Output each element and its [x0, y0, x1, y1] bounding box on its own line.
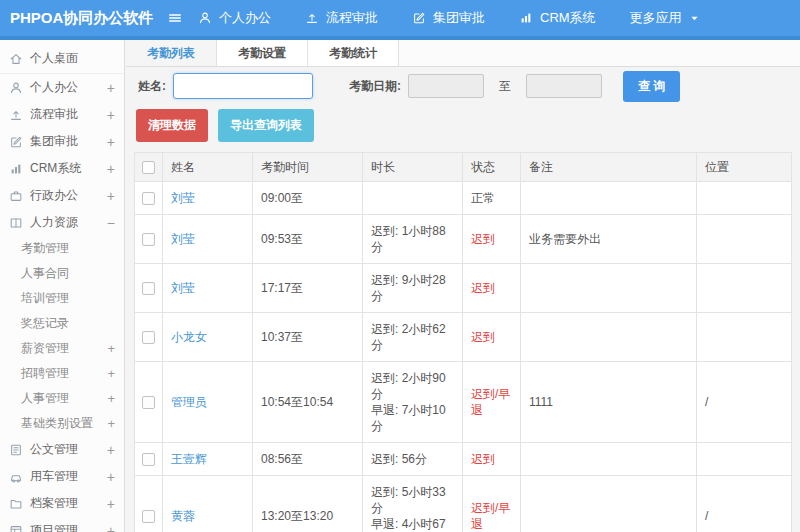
name-input[interactable] — [173, 73, 313, 99]
tab-attendance-list[interactable]: 考勤列表 — [126, 40, 217, 66]
employee-name-link[interactable]: 刘莹 — [171, 232, 195, 246]
search-button[interactable]: 查 询 — [623, 71, 680, 102]
tab-attendance-statistics[interactable]: 考勤统计 — [308, 40, 399, 66]
cell-location — [697, 182, 792, 215]
cell-remark: 1111 — [521, 362, 697, 443]
user-icon — [198, 11, 212, 25]
row-checkbox[interactable] — [142, 453, 155, 466]
cell-duration: 迟到: 1小时88分 — [363, 215, 463, 264]
car-icon — [9, 470, 23, 484]
select-all-checkbox[interactable] — [142, 161, 155, 174]
sidebar-item-label: 人力资源 — [30, 214, 107, 231]
header-accent-strip — [0, 36, 800, 40]
cell-name: 黄蓉 — [163, 476, 253, 532]
sidebar-subitem-reward-punishment-records[interactable]: 奖惩记录 — [21, 311, 124, 336]
expand-icon[interactable]: + — [107, 161, 115, 177]
expand-icon[interactable]: + — [107, 366, 115, 381]
export-list-button[interactable]: 导出查询列表 — [218, 109, 314, 142]
expand-icon[interactable]: + — [107, 496, 115, 512]
row-checkbox[interactable] — [142, 510, 155, 523]
expand-icon[interactable]: + — [107, 188, 115, 204]
cell-attendance-time: 10:54至10:54 — [253, 362, 363, 443]
date-to-input[interactable] — [526, 74, 602, 98]
sidebar-subitem-personnel-management[interactable]: 人事管理+ — [21, 386, 124, 411]
topnav-item-personal-office[interactable]: 个人办公 — [198, 9, 271, 27]
employee-name-link[interactable]: 小龙女 — [171, 330, 207, 344]
expand-icon[interactable]: + — [107, 134, 115, 150]
cell-location: / — [697, 362, 792, 443]
row-checkbox[interactable] — [142, 192, 155, 205]
row-checkbox-cell — [135, 362, 163, 443]
sidebar-item-label: 项目管理 — [30, 522, 107, 532]
employee-name-link[interactable]: 刘莹 — [171, 191, 195, 205]
topnav-item-group-approval[interactable]: 集团审批 — [412, 9, 485, 27]
expand-icon[interactable]: + — [107, 442, 115, 458]
expand-icon[interactable]: + — [107, 80, 115, 96]
edit-icon — [9, 135, 23, 149]
tab-attendance-settings[interactable]: 考勤设置 — [217, 40, 308, 66]
topnav-label-workflow-approval: 流程审批 — [326, 9, 378, 27]
topnav-item-workflow-approval[interactable]: 流程审批 — [305, 9, 378, 27]
doc-icon — [9, 443, 23, 457]
clean-data-button[interactable]: 清理数据 — [136, 109, 208, 142]
sidebar-subitem-salary-management[interactable]: 薪资管理+ — [21, 336, 124, 361]
expand-icon[interactable]: + — [107, 523, 115, 532]
cell-duration: 迟到: 2小时90分早退: 7小时10分 — [363, 362, 463, 443]
expand-icon[interactable]: + — [107, 416, 115, 431]
home-icon — [9, 52, 23, 66]
expand-icon[interactable]: + — [107, 107, 115, 123]
table-header-row: 姓名考勤时间时长状态备注位置 — [135, 153, 792, 182]
row-checkbox[interactable] — [142, 282, 155, 295]
date-from-input[interactable] — [408, 74, 484, 98]
sidebar-item-admin-office[interactable]: 行政办公+ — [0, 182, 124, 209]
row-checkbox-cell — [135, 443, 163, 476]
collapse-icon[interactable]: − — [107, 215, 115, 231]
main-content: 考勤列表考勤设置考勤统计 姓名: 考勤日期: 至 查 询 清理数据 导出查询列表… — [126, 40, 800, 532]
sidebar-item-archive-management[interactable]: 档案管理+ — [0, 490, 124, 517]
expand-icon[interactable]: + — [107, 391, 115, 406]
chart-icon — [519, 11, 533, 25]
user-icon — [9, 81, 23, 95]
row-checkbox[interactable] — [142, 331, 155, 344]
caret-down-icon — [689, 13, 700, 24]
duration-line: 迟到: 1小时88分 — [371, 223, 454, 255]
row-checkbox[interactable] — [142, 233, 155, 246]
duration-line: 早退: 7小时10分 — [371, 402, 454, 434]
cell-status: 迟到 — [463, 264, 521, 313]
sidebar-item-crm-system[interactable]: CRM系统+ — [0, 155, 124, 182]
sidebar-subitem-personnel-contract[interactable]: 人事合同 — [21, 261, 124, 286]
topnav-label-crm-system: CRM系统 — [540, 9, 596, 27]
expand-icon[interactable]: + — [107, 469, 115, 485]
tab-bar: 考勤列表考勤设置考勤统计 — [126, 40, 800, 67]
topnav-item-crm-system[interactable]: CRM系统 — [519, 9, 596, 27]
duration-line: 迟到: 2小时62分 — [371, 321, 454, 353]
sidebar-subitem-label: 薪资管理 — [21, 340, 107, 357]
sidebar-subitem-attendance-management[interactable]: 考勤管理 — [21, 236, 124, 261]
sidebar-item-personal-office[interactable]: 个人办公+ — [0, 74, 124, 101]
sidebar-item-vehicle-management[interactable]: 用车管理+ — [0, 463, 124, 490]
table-row: 小龙女10:37至迟到: 2小时62分迟到 — [135, 313, 792, 362]
sidebar-item-group-approval[interactable]: 集团审批+ — [0, 128, 124, 155]
sidebar-item-project-management[interactable]: 项目管理+ — [0, 517, 124, 532]
employee-name-link[interactable]: 管理员 — [171, 395, 207, 409]
sidebar-item-document-management[interactable]: 公文管理+ — [0, 436, 124, 463]
menu-toggle-button[interactable] — [168, 11, 182, 25]
sidebar-item-personal-desktop[interactable]: 个人桌面 — [0, 44, 124, 74]
employee-name-link[interactable]: 黄蓉 — [171, 509, 195, 523]
cell-remark: 业务需要外出 — [521, 215, 697, 264]
row-checkbox[interactable] — [142, 396, 155, 409]
column-header: 备注 — [521, 153, 697, 182]
employee-name-link[interactable]: 刘莹 — [171, 281, 195, 295]
row-checkbox-cell — [135, 313, 163, 362]
sidebar-subitem-training-management[interactable]: 培训管理 — [21, 286, 124, 311]
duration-line: 迟到: 9小时28分 — [371, 272, 454, 304]
employee-name-link[interactable]: 王壹辉 — [171, 452, 207, 466]
sidebar-item-workflow-approval[interactable]: 流程审批+ — [0, 101, 124, 128]
attendance-table-container: 姓名考勤时间时长状态备注位置 刘莹09:00至正常刘莹09:53至迟到: 1小时… — [134, 152, 792, 532]
sidebar-subitem-basic-category-settings[interactable]: 基础类别设置+ — [21, 411, 124, 436]
sidebar-subitem-recruitment-management[interactable]: 招聘管理+ — [21, 361, 124, 386]
sidebar-item-human-resources[interactable]: 人力资源− — [0, 209, 124, 236]
expand-icon[interactable]: + — [107, 341, 115, 356]
topnav-item-more-apps[interactable]: 更多应用 — [630, 9, 700, 27]
cell-name: 刘莹 — [163, 264, 253, 313]
